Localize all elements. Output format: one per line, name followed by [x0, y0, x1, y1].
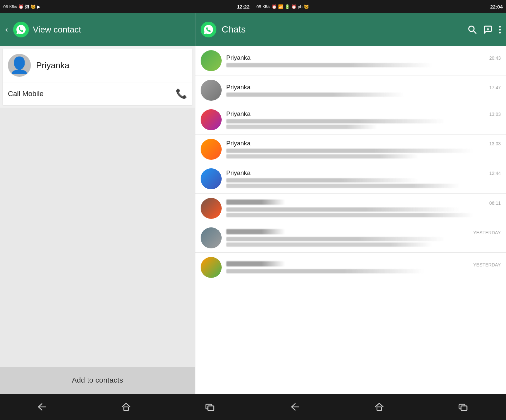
home-icon-right [374, 402, 384, 411]
svg-rect-12 [377, 407, 382, 410]
chat-avatar-6 [201, 198, 222, 219]
chat-name-blurred-8 [226, 261, 285, 266]
chat-preview-2 [226, 93, 405, 97]
right-recents-button[interactable] [452, 399, 475, 415]
svg-line-3 [473, 31, 476, 33]
right-back-button[interactable] [284, 399, 307, 415]
chat-avatar-3 [201, 109, 222, 130]
chat-avatar-7 [201, 227, 222, 248]
person-icon: 👤 [10, 57, 29, 73]
new-chat-button[interactable] [483, 25, 493, 34]
back-arrow-icon [37, 402, 47, 411]
right-status-icon-1: 05 [256, 4, 261, 9]
call-row[interactable]: Call Mobile 📞 [3, 82, 192, 105]
svg-rect-9 [208, 406, 214, 410]
right-status-icon-2: KB/s [262, 5, 270, 9]
new-chat-icon [483, 25, 493, 34]
chat-top-row-1: Priyanka 20:43 [226, 54, 501, 61]
bottom-bars [0, 394, 506, 420]
chat-time-2: 17:47 [489, 85, 501, 90]
add-to-contacts-button[interactable]: Add to contacts [0, 367, 195, 394]
status-bars: 06 KB/s ⏰ 🖼 😺 ▶ 12:22 05 KB/s ⏰ 📶 🔋 ⏰ pb… [0, 0, 506, 13]
chat-item-8[interactable]: YESTERDAY [195, 253, 506, 282]
chat-avatar-5 [201, 168, 222, 189]
chat-name-blurred-7 [226, 229, 285, 234]
chat-item-6[interactable]: 06:11 [195, 194, 506, 223]
header-icons [468, 25, 501, 34]
chat-preview-7 [226, 237, 446, 241]
chat-name-1: Priyanka [226, 54, 251, 61]
right-status-icons: 05 KB/s ⏰ 📶 🔋 ⏰ pb 😺 [256, 4, 309, 9]
chat-time-3: 13:03 [489, 112, 501, 117]
left-header-title: View contact [33, 25, 81, 35]
cat-icon-2: 😺 [304, 4, 309, 9]
chat-info-1: Priyanka 20:43 [226, 54, 501, 67]
contact-name: Priyanka [36, 60, 69, 71]
right-alarm-icon: ⏰ [272, 4, 277, 9]
chat-top-row-5: Priyanka 12:44 [226, 169, 501, 177]
chat-item-7[interactable]: YESTERDAY [195, 223, 506, 253]
chat-item-5[interactable]: Priyanka 12:44 [195, 164, 506, 194]
chat-item-3[interactable]: Priyanka 13:03 [195, 105, 506, 135]
whatsapp-logo-right [201, 22, 216, 37]
chat-preview-8 [226, 269, 424, 273]
left-status-bar: 06 KB/s ⏰ 🖼 😺 ▶ 12:22 [0, 0, 253, 13]
home-icon [121, 402, 131, 411]
chat-list: Priyanka 20:43 Priyanka 17:47 [195, 46, 506, 394]
battery-icon: 🔋 [285, 4, 290, 9]
right-status-bar: 05 KB/s ⏰ 📶 🔋 ⏰ pb 😺 22:04 [253, 0, 506, 13]
chat-top-row-3: Priyanka 13:03 [226, 110, 501, 117]
alarm-icon-2: ⏰ [291, 4, 297, 9]
right-header-title: Chats [222, 24, 462, 35]
left-time: 12:22 [237, 4, 250, 10]
chat-preview-4 [226, 149, 473, 153]
chat-info-3: Priyanka 13:03 [226, 110, 501, 129]
chat-time-1: 20:43 [489, 55, 501, 61]
chat-info-5: Priyanka 12:44 [226, 169, 501, 188]
svg-rect-7 [124, 407, 128, 410]
left-bottom-nav [0, 394, 253, 420]
phone-icon[interactable]: 📞 [176, 88, 187, 99]
contact-info: 👤 Priyanka [3, 49, 192, 82]
chat-top-row-2: Priyanka 17:47 [226, 84, 501, 91]
call-mobile-label: Call Mobile [8, 90, 44, 98]
chat-info-8: YESTERDAY [226, 261, 501, 273]
play-icon: ▶ [37, 4, 40, 9]
more-options-button[interactable] [499, 26, 501, 33]
chat-name-3: Priyanka [226, 110, 251, 117]
main-content: ‹ View contact 👤 Priyanka Call Mobile 📞 [0, 13, 506, 394]
left-home-button[interactable] [115, 399, 138, 415]
dot-2 [499, 29, 501, 31]
back-button[interactable]: ‹ [5, 25, 8, 34]
chat-top-row-8: YESTERDAY [226, 261, 501, 267]
contact-card: 👤 Priyanka Call Mobile 📞 [3, 49, 192, 105]
chat-top-row-7: YESTERDAY [226, 229, 501, 235]
chat-name-4: Priyanka [226, 140, 251, 147]
chat-item-4[interactable]: Priyanka 13:03 [195, 135, 506, 164]
dot-1 [499, 26, 501, 28]
overflow-menu-icon [499, 26, 501, 33]
chat-info-7: YESTERDAY [226, 229, 501, 247]
search-icon [468, 25, 477, 34]
chat-preview-3b [226, 125, 377, 129]
search-button[interactable] [468, 25, 477, 34]
right-home-button[interactable] [368, 399, 391, 415]
right-time: 22:04 [490, 4, 503, 10]
chat-time-8: YESTERDAY [473, 262, 501, 267]
chat-item-2[interactable]: Priyanka 17:47 [195, 75, 506, 105]
chat-avatar-8 [201, 257, 222, 278]
dot-3 [499, 32, 501, 33]
left-back-button[interactable] [31, 399, 54, 415]
chat-info-6: 06:11 [226, 200, 501, 217]
recents-icon-right [458, 402, 469, 411]
chat-item-1[interactable]: Priyanka 20:43 [195, 46, 506, 75]
left-status-icons: 06 KB/s ⏰ 🖼 😺 ▶ [3, 4, 40, 9]
left-header: ‹ View contact [0, 13, 195, 46]
right-bottom-nav [253, 394, 506, 420]
chat-preview-5 [226, 178, 418, 182]
chat-avatar-4 [201, 139, 222, 160]
left-recents-button[interactable] [199, 399, 222, 415]
contact-avatar: 👤 [8, 54, 31, 77]
chat-time-4: 13:03 [489, 141, 501, 146]
chat-top-row-6: 06:11 [226, 200, 501, 206]
